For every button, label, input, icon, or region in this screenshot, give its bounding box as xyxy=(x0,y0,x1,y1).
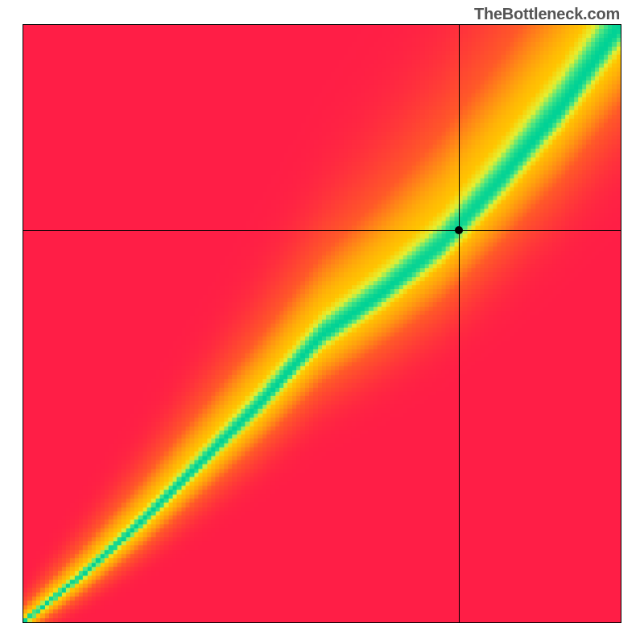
marker-dot xyxy=(455,226,463,234)
plot-area xyxy=(23,24,621,623)
watermark-label: TheBottleneck.com xyxy=(474,5,620,23)
crosshair-vertical xyxy=(459,25,460,622)
crosshair-horizontal xyxy=(23,230,621,231)
figure: TheBottleneck.com xyxy=(0,0,644,644)
heatmap-canvas xyxy=(23,25,621,622)
